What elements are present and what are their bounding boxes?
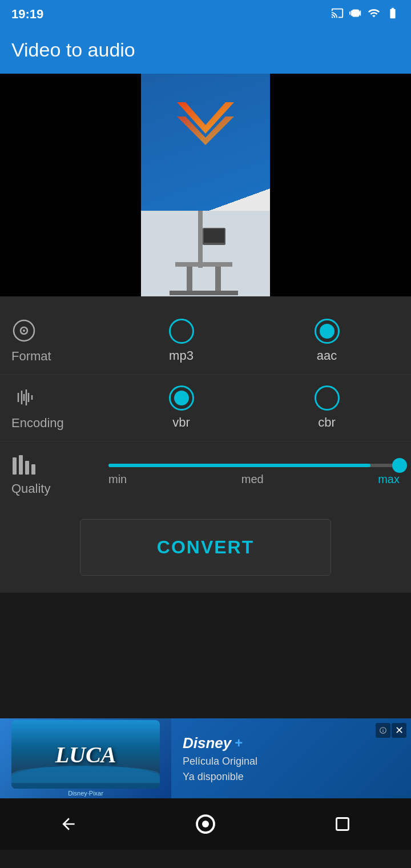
svg-point-24 xyxy=(202,821,209,827)
empty-space xyxy=(0,593,411,718)
quality-min-label: min xyxy=(108,473,127,486)
ad-close-button[interactable]: ✕ xyxy=(392,723,406,738)
quality-slider-container: min med max xyxy=(108,464,400,486)
nav-bar xyxy=(0,798,411,850)
wifi-icon xyxy=(368,7,380,22)
format-label: Format xyxy=(11,349,51,364)
svg-rect-22 xyxy=(31,464,35,475)
quality-slider-fill xyxy=(108,464,370,467)
battery-icon xyxy=(386,7,400,22)
encoding-vbr-radio[interactable] xyxy=(169,385,194,411)
encoding-cbr-label: cbr xyxy=(318,415,336,430)
encoding-row: Encoding vbr cbr xyxy=(0,375,411,441)
disc-icon xyxy=(11,318,37,345)
svg-rect-3 xyxy=(175,262,232,267)
svg-rect-19 xyxy=(13,457,17,475)
waveform-icon xyxy=(11,385,37,412)
equipment-image xyxy=(141,211,270,296)
ad-tagline2: Ya disponible xyxy=(183,771,400,783)
ad-left-section: LUCA Disney·Pixar xyxy=(0,718,171,798)
controls-area: Format mp3 aac xyxy=(0,296,411,593)
logo-icon xyxy=(171,97,240,148)
format-row: Format mp3 aac xyxy=(0,308,411,375)
quality-slider-track[interactable] xyxy=(108,464,400,467)
status-time: 19:19 xyxy=(11,7,43,22)
svg-rect-21 xyxy=(25,461,29,475)
page-title: Video to audio xyxy=(11,39,400,61)
quality-max-label: max xyxy=(378,473,400,486)
format-mp3-radio[interactable] xyxy=(169,319,194,344)
ad-banner[interactable]: LUCA Disney·Pixar Disney + Película Orig… xyxy=(0,718,411,798)
encoding-icon-label: Encoding xyxy=(11,385,108,431)
format-aac-option[interactable]: aac xyxy=(315,319,340,363)
encoding-label: Encoding xyxy=(11,416,64,431)
convert-button[interactable]: CONVERT xyxy=(80,519,331,576)
encoding-cbr-radio[interactable] xyxy=(315,385,340,411)
nav-recent-button[interactable] xyxy=(325,807,360,841)
vibrate-icon xyxy=(349,7,362,22)
quality-slider-thumb[interactable] xyxy=(392,458,407,473)
quality-label: Quality xyxy=(11,481,50,496)
ad-subtitle: Disney·Pixar xyxy=(68,790,103,797)
encoding-vbr-option[interactable]: vbr xyxy=(169,385,194,430)
convert-section: CONVERT xyxy=(0,502,411,593)
nav-home-button[interactable] xyxy=(188,807,223,841)
disney-plus-logo: Disney + xyxy=(183,734,400,752)
quality-icon-label: Quality xyxy=(11,453,108,496)
ad-right-section: Disney + Película Original Ya disponible xyxy=(171,729,411,789)
encoding-vbr-label: vbr xyxy=(172,415,190,430)
video-thumbnail: malavida.c... xyxy=(141,74,270,296)
quality-icon xyxy=(11,453,37,478)
cast-icon xyxy=(331,7,344,22)
format-icon-label: Format xyxy=(11,318,108,364)
ad-tagline1: Película Original xyxy=(183,756,400,767)
quality-row: Quality min med max xyxy=(0,441,411,502)
ad-title: LUCA xyxy=(55,741,116,768)
status-bar: 19:19 xyxy=(0,0,411,29)
encoding-options: vbr cbr xyxy=(108,385,400,430)
format-aac-radio[interactable] xyxy=(315,319,340,344)
quality-slider-labels: min med max xyxy=(108,473,400,486)
format-mp3-option[interactable]: mp3 xyxy=(169,319,194,363)
svg-rect-8 xyxy=(204,229,224,243)
encoding-cbr-option[interactable]: cbr xyxy=(315,385,340,430)
format-aac-label: aac xyxy=(317,348,337,363)
svg-rect-20 xyxy=(19,455,23,475)
format-options: mp3 aac xyxy=(108,319,400,363)
svg-rect-25 xyxy=(337,818,349,830)
svg-point-11 xyxy=(23,329,25,332)
quality-med-label: med xyxy=(241,473,264,486)
svg-rect-6 xyxy=(170,291,238,295)
nav-back-button[interactable] xyxy=(51,807,86,841)
video-preview[interactable]: malavida.c... xyxy=(0,74,411,296)
app-header: Video to audio xyxy=(0,29,411,74)
svg-rect-2 xyxy=(198,211,203,268)
status-icons xyxy=(331,7,400,22)
format-mp3-label: mp3 xyxy=(169,348,194,363)
ad-info-badge xyxy=(376,723,390,738)
